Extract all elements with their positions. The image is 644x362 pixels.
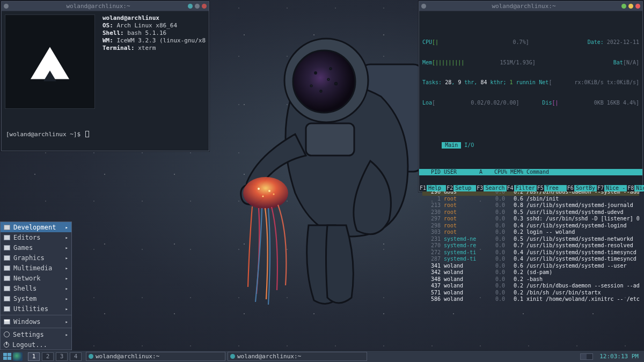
window-close-icon[interactable]: [202, 4, 207, 9]
window-close-icon[interactable]: [635, 4, 640, 9]
fkey[interactable]: F5: [537, 185, 544, 192]
menu-item[interactable]: Network▸: [1, 273, 71, 283]
workspace-button[interactable]: 3: [56, 352, 68, 361]
fkey[interactable]: F4: [507, 185, 514, 192]
tray-icon[interactable]: [580, 353, 593, 360]
svg-point-5: [335, 83, 337, 85]
menu-item[interactable]: Graphics▸: [1, 253, 71, 263]
window-btn-icon[interactable]: [628, 4, 633, 9]
htop-columns[interactable]: PID USER A CPU% MEM% Command: [419, 169, 642, 176]
window-btn-icon[interactable]: [188, 4, 193, 9]
fkey-label[interactable]: Nice +: [634, 185, 644, 192]
gear-icon: [4, 331, 10, 337]
folder-icon: [4, 286, 10, 291]
taskbar-clock[interactable]: 12:03:13 PM: [596, 353, 642, 360]
process-row[interactable]: 287 systemd-ti 0.0 0.4 /usr/lib/systemd/…: [422, 256, 639, 263]
fkey-label[interactable]: Filter: [514, 185, 537, 192]
window-min-icon[interactable]: [4, 4, 9, 9]
chevron-right-icon: ▸: [65, 296, 68, 301]
menu-item-logout[interactable]: Logout...: [1, 339, 71, 350]
htop-function-bar[interactable]: F1Help F2Setup F3SearchF4FilterF5Tree F6…: [419, 185, 642, 192]
fkey[interactable]: F6: [567, 185, 574, 192]
process-row[interactable]: 348 woland 0.0 0.2 -bash: [422, 276, 639, 283]
workspace-button[interactable]: 1: [28, 352, 40, 361]
show-desktop-icon[interactable]: [13, 352, 23, 361]
folder-icon: [4, 296, 10, 301]
process-row[interactable]: 1 root 0.0 0.6 /sbin/init: [422, 196, 639, 203]
menu-item-windows[interactable]: Windows▸: [1, 316, 71, 327]
menu-item[interactable]: Utilities▸: [1, 304, 71, 314]
svg-rect-0: [360, 64, 424, 172]
fkey[interactable]: F2: [446, 185, 453, 192]
tab-io[interactable]: I/O: [461, 142, 477, 149]
shell-prompt[interactable]: [woland@archlinux ~]$: [6, 131, 89, 138]
menu-item[interactable]: System▸: [1, 293, 71, 304]
svg-point-7: [311, 85, 312, 86]
folder-icon: [4, 276, 10, 281]
process-row[interactable]: 270 systemd-re 0.0 0.7 /usr/lib/systemd/…: [422, 242, 639, 249]
process-row[interactable]: 341 woland 0.0 0.6 /usr/lib/systemd/syst…: [422, 263, 639, 270]
terminal-window-htop[interactable]: woland@archlinux:~ CPU[| 0.7%] Date: 202…: [419, 1, 643, 192]
process-row[interactable]: 231 systemd-ne 0.0 0.5 /usr/lib/systemd/…: [422, 236, 639, 243]
menu-item[interactable]: Shells▸: [1, 283, 71, 293]
workspace-pager[interactable]: 1234: [28, 352, 82, 361]
process-row[interactable]: 437 woland 0.0 0.2 /usr/bin/dbus-daemon …: [422, 283, 639, 290]
svg-point-10: [243, 177, 288, 209]
process-row[interactable]: 272 systemd-ti 0.0 0.4 /usr/lib/systemd/…: [422, 249, 639, 256]
htop-meters: CPU[| 0.7%] Date: 2022-12-11 Mem[|||||||…: [419, 25, 642, 120]
fkey[interactable]: F8: [627, 185, 634, 192]
window-btn-icon[interactable]: [195, 4, 200, 9]
process-row[interactable]: 213 root 0.0 0.8 /usr/lib/systemd/system…: [422, 202, 639, 209]
taskbar[interactable]: 1234 woland@archlinux:~woland@archlinux:…: [0, 350, 644, 362]
fkey-label[interactable]: SortBy: [574, 185, 597, 192]
chevron-right-icon: ▸: [65, 276, 68, 281]
process-row[interactable]: 230 root 0.0 0.5 /usr/lib/systemd/system…: [422, 209, 639, 216]
fkey-label[interactable]: Setup: [453, 185, 476, 192]
menu-item[interactable]: Games▸: [1, 242, 71, 253]
process-row[interactable]: 297 root 0.0 0.3 sshd: /usr/bin/sshd -D …: [422, 216, 639, 223]
titlebar[interactable]: woland@archlinux:~: [419, 2, 642, 11]
folder-icon: [4, 265, 10, 271]
process-row[interactable]: 342 woland 0.0 0.2 (sd-pam): [422, 269, 639, 276]
window-title: woland@archlinux:~: [11, 3, 186, 10]
htop-body[interactable]: CPU[| 0.7%] Date: 2022-12-11 Mem[|||||||…: [419, 11, 642, 191]
fkey-label[interactable]: Tree: [544, 185, 567, 192]
process-row[interactable]: 586 woland 0.0 0.1 xinit /home/woland/.x…: [422, 296, 639, 303]
process-row[interactable]: 303 root 0.0 0.2 login -- woland: [422, 229, 639, 236]
taskbar-window-button[interactable]: woland@archlinux:~: [228, 352, 367, 361]
fkey-label[interactable]: Nice -: [604, 185, 627, 192]
menu-item[interactable]: Multimedia▸: [1, 263, 71, 273]
window-btn-icon[interactable]: [621, 4, 626, 9]
fkey[interactable]: F7: [597, 185, 604, 192]
fkey[interactable]: F1: [419, 185, 427, 192]
taskbar-window-button[interactable]: woland@archlinux:~: [86, 352, 225, 361]
titlebar[interactable]: woland@archlinux:~: [2, 2, 209, 11]
workspace-button[interactable]: 2: [42, 352, 54, 361]
menu-item[interactable]: Development▸: [1, 222, 71, 232]
terminal-icon: [89, 354, 93, 359]
start-menu[interactable]: Development▸Editors▸Games▸Graphics▸Multi…: [0, 221, 72, 350]
svg-point-11: [258, 188, 260, 190]
chevron-right-icon: ▸: [65, 265, 68, 271]
window-title: woland@archlinux:~: [428, 3, 619, 10]
htop-process-list[interactable]: 296 dbus 0.0 0.2 /usr/bin/dbus-daemon --…: [419, 189, 642, 303]
htop-tabs[interactable]: MainI/O: [419, 133, 642, 156]
tab-main[interactable]: Main: [442, 142, 461, 149]
menu-item[interactable]: Editors▸: [1, 232, 71, 242]
folder-icon: [4, 255, 10, 261]
app-launcher-icon[interactable]: [2, 352, 12, 361]
process-row[interactable]: 298 root 0.0 0.4 /usr/lib/systemd/system…: [422, 223, 639, 230]
workspace-button[interactable]: 4: [70, 352, 82, 361]
window-min-icon[interactable]: [421, 4, 426, 9]
folder-icon: [4, 306, 10, 312]
fkey[interactable]: F3: [476, 185, 484, 192]
terminal-body[interactable]: woland@archlinux OS: Arch Linux x86_64 S…: [2, 11, 209, 151]
process-row[interactable]: 571 woland 0.0 0.2 /bin/sh /usr/bin/star…: [422, 290, 639, 297]
terminal-window-neofetch[interactable]: woland@archlinux:~ woland@archlinux OS: …: [1, 1, 209, 151]
windows-icon: [4, 319, 10, 324]
chevron-right-icon: ▸: [65, 286, 68, 291]
fkey-label[interactable]: Search: [484, 185, 506, 192]
fkey-label[interactable]: Help: [427, 185, 446, 192]
menu-item-settings[interactable]: Settings▸: [1, 329, 71, 339]
svg-point-3: [315, 72, 317, 74]
